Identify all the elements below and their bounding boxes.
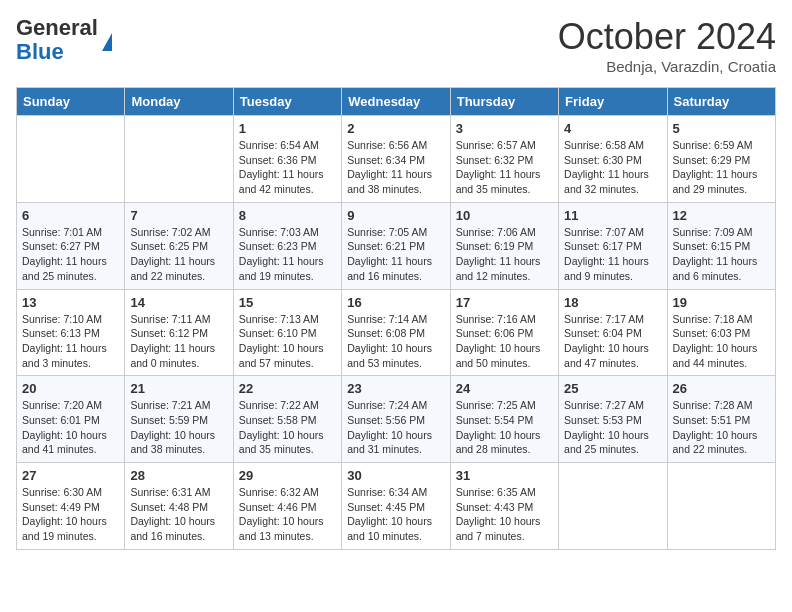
cell-info: Sunrise: 7:07 AM Sunset: 6:17 PM Dayligh… xyxy=(564,225,661,284)
calendar-cell: 28Sunrise: 6:31 AM Sunset: 4:48 PM Dayli… xyxy=(125,463,233,550)
day-number: 27 xyxy=(22,468,119,483)
page-header: General Blue October 2024 Bednja, Varazd… xyxy=(16,16,776,75)
day-number: 28 xyxy=(130,468,227,483)
day-number: 20 xyxy=(22,381,119,396)
day-number: 16 xyxy=(347,295,444,310)
day-number: 22 xyxy=(239,381,336,396)
day-number: 4 xyxy=(564,121,661,136)
day-header-sunday: Sunday xyxy=(17,88,125,116)
cell-info: Sunrise: 7:06 AM Sunset: 6:19 PM Dayligh… xyxy=(456,225,553,284)
cell-info: Sunrise: 6:58 AM Sunset: 6:30 PM Dayligh… xyxy=(564,138,661,197)
calendar-cell: 17Sunrise: 7:16 AM Sunset: 6:06 PM Dayli… xyxy=(450,289,558,376)
cell-info: Sunrise: 6:54 AM Sunset: 6:36 PM Dayligh… xyxy=(239,138,336,197)
cell-info: Sunrise: 6:34 AM Sunset: 4:45 PM Dayligh… xyxy=(347,485,444,544)
cell-info: Sunrise: 7:14 AM Sunset: 6:08 PM Dayligh… xyxy=(347,312,444,371)
logo: General Blue xyxy=(16,16,112,64)
day-number: 30 xyxy=(347,468,444,483)
calendar-cell: 13Sunrise: 7:10 AM Sunset: 6:13 PM Dayli… xyxy=(17,289,125,376)
calendar-cell: 2Sunrise: 6:56 AM Sunset: 6:34 PM Daylig… xyxy=(342,116,450,203)
day-header-saturday: Saturday xyxy=(667,88,775,116)
week-row-2: 6Sunrise: 7:01 AM Sunset: 6:27 PM Daylig… xyxy=(17,202,776,289)
day-number: 14 xyxy=(130,295,227,310)
cell-info: Sunrise: 7:10 AM Sunset: 6:13 PM Dayligh… xyxy=(22,312,119,371)
calendar-cell: 16Sunrise: 7:14 AM Sunset: 6:08 PM Dayli… xyxy=(342,289,450,376)
cell-info: Sunrise: 6:56 AM Sunset: 6:34 PM Dayligh… xyxy=(347,138,444,197)
header-row: SundayMondayTuesdayWednesdayThursdayFrid… xyxy=(17,88,776,116)
day-number: 23 xyxy=(347,381,444,396)
cell-info: Sunrise: 6:57 AM Sunset: 6:32 PM Dayligh… xyxy=(456,138,553,197)
calendar-cell: 31Sunrise: 6:35 AM Sunset: 4:43 PM Dayli… xyxy=(450,463,558,550)
day-number: 26 xyxy=(673,381,770,396)
day-header-monday: Monday xyxy=(125,88,233,116)
day-number: 24 xyxy=(456,381,553,396)
day-number: 17 xyxy=(456,295,553,310)
day-number: 3 xyxy=(456,121,553,136)
day-number: 10 xyxy=(456,208,553,223)
calendar-cell: 7Sunrise: 7:02 AM Sunset: 6:25 PM Daylig… xyxy=(125,202,233,289)
day-header-thursday: Thursday xyxy=(450,88,558,116)
day-number: 18 xyxy=(564,295,661,310)
day-number: 13 xyxy=(22,295,119,310)
logo-blue-text: Blue xyxy=(16,40,98,64)
cell-info: Sunrise: 7:03 AM Sunset: 6:23 PM Dayligh… xyxy=(239,225,336,284)
calendar-table: SundayMondayTuesdayWednesdayThursdayFrid… xyxy=(16,87,776,550)
day-number: 5 xyxy=(673,121,770,136)
calendar-cell: 22Sunrise: 7:22 AM Sunset: 5:58 PM Dayli… xyxy=(233,376,341,463)
calendar-cell: 29Sunrise: 6:32 AM Sunset: 4:46 PM Dayli… xyxy=(233,463,341,550)
day-number: 29 xyxy=(239,468,336,483)
calendar-cell: 18Sunrise: 7:17 AM Sunset: 6:04 PM Dayli… xyxy=(559,289,667,376)
calendar-cell: 25Sunrise: 7:27 AM Sunset: 5:53 PM Dayli… xyxy=(559,376,667,463)
cell-info: Sunrise: 7:28 AM Sunset: 5:51 PM Dayligh… xyxy=(673,398,770,457)
cell-info: Sunrise: 7:09 AM Sunset: 6:15 PM Dayligh… xyxy=(673,225,770,284)
logo-general-text: General xyxy=(16,16,98,40)
cell-info: Sunrise: 7:20 AM Sunset: 6:01 PM Dayligh… xyxy=(22,398,119,457)
cell-info: Sunrise: 7:27 AM Sunset: 5:53 PM Dayligh… xyxy=(564,398,661,457)
calendar-cell xyxy=(559,463,667,550)
day-number: 15 xyxy=(239,295,336,310)
cell-info: Sunrise: 7:22 AM Sunset: 5:58 PM Dayligh… xyxy=(239,398,336,457)
calendar-cell: 19Sunrise: 7:18 AM Sunset: 6:03 PM Dayli… xyxy=(667,289,775,376)
cell-info: Sunrise: 6:32 AM Sunset: 4:46 PM Dayligh… xyxy=(239,485,336,544)
cell-info: Sunrise: 7:02 AM Sunset: 6:25 PM Dayligh… xyxy=(130,225,227,284)
day-number: 1 xyxy=(239,121,336,136)
logo-triangle-icon xyxy=(102,33,112,51)
day-number: 8 xyxy=(239,208,336,223)
cell-info: Sunrise: 7:17 AM Sunset: 6:04 PM Dayligh… xyxy=(564,312,661,371)
day-number: 11 xyxy=(564,208,661,223)
day-number: 19 xyxy=(673,295,770,310)
calendar-cell: 21Sunrise: 7:21 AM Sunset: 5:59 PM Dayli… xyxy=(125,376,233,463)
day-number: 25 xyxy=(564,381,661,396)
calendar-cell: 30Sunrise: 6:34 AM Sunset: 4:45 PM Dayli… xyxy=(342,463,450,550)
calendar-cell: 8Sunrise: 7:03 AM Sunset: 6:23 PM Daylig… xyxy=(233,202,341,289)
calendar-cell: 4Sunrise: 6:58 AM Sunset: 6:30 PM Daylig… xyxy=(559,116,667,203)
title-area: October 2024 Bednja, Varazdin, Croatia xyxy=(558,16,776,75)
calendar-cell: 24Sunrise: 7:25 AM Sunset: 5:54 PM Dayli… xyxy=(450,376,558,463)
calendar-cell: 20Sunrise: 7:20 AM Sunset: 6:01 PM Dayli… xyxy=(17,376,125,463)
week-row-3: 13Sunrise: 7:10 AM Sunset: 6:13 PM Dayli… xyxy=(17,289,776,376)
day-header-wednesday: Wednesday xyxy=(342,88,450,116)
day-number: 7 xyxy=(130,208,227,223)
calendar-cell: 10Sunrise: 7:06 AM Sunset: 6:19 PM Dayli… xyxy=(450,202,558,289)
calendar-cell: 5Sunrise: 6:59 AM Sunset: 6:29 PM Daylig… xyxy=(667,116,775,203)
calendar-cell: 26Sunrise: 7:28 AM Sunset: 5:51 PM Dayli… xyxy=(667,376,775,463)
day-header-tuesday: Tuesday xyxy=(233,88,341,116)
cell-info: Sunrise: 7:13 AM Sunset: 6:10 PM Dayligh… xyxy=(239,312,336,371)
calendar-cell: 11Sunrise: 7:07 AM Sunset: 6:17 PM Dayli… xyxy=(559,202,667,289)
week-row-4: 20Sunrise: 7:20 AM Sunset: 6:01 PM Dayli… xyxy=(17,376,776,463)
cell-info: Sunrise: 6:31 AM Sunset: 4:48 PM Dayligh… xyxy=(130,485,227,544)
calendar-cell: 27Sunrise: 6:30 AM Sunset: 4:49 PM Dayli… xyxy=(17,463,125,550)
cell-info: Sunrise: 7:01 AM Sunset: 6:27 PM Dayligh… xyxy=(22,225,119,284)
calendar-cell: 3Sunrise: 6:57 AM Sunset: 6:32 PM Daylig… xyxy=(450,116,558,203)
calendar-cell: 1Sunrise: 6:54 AM Sunset: 6:36 PM Daylig… xyxy=(233,116,341,203)
cell-info: Sunrise: 6:30 AM Sunset: 4:49 PM Dayligh… xyxy=(22,485,119,544)
cell-info: Sunrise: 6:59 AM Sunset: 6:29 PM Dayligh… xyxy=(673,138,770,197)
cell-info: Sunrise: 7:18 AM Sunset: 6:03 PM Dayligh… xyxy=(673,312,770,371)
cell-info: Sunrise: 7:11 AM Sunset: 6:12 PM Dayligh… xyxy=(130,312,227,371)
week-row-5: 27Sunrise: 6:30 AM Sunset: 4:49 PM Dayli… xyxy=(17,463,776,550)
day-number: 6 xyxy=(22,208,119,223)
month-title: October 2024 xyxy=(558,16,776,58)
day-header-friday: Friday xyxy=(559,88,667,116)
calendar-cell: 14Sunrise: 7:11 AM Sunset: 6:12 PM Dayli… xyxy=(125,289,233,376)
day-number: 21 xyxy=(130,381,227,396)
day-number: 2 xyxy=(347,121,444,136)
